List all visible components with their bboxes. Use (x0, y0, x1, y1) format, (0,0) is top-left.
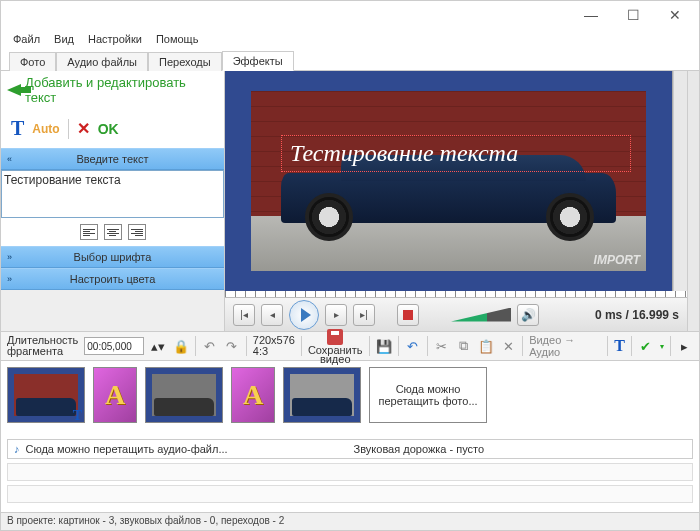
audio-track-label: Звуковая дорожка - пусто (354, 443, 484, 455)
first-frame-button[interactable]: |◂ (233, 304, 255, 326)
window-close[interactable]: ✕ (655, 3, 695, 27)
mute-button[interactable]: 🔊 (517, 304, 539, 326)
preview-area: Тестирование текста IMPORT (225, 71, 673, 291)
play-button[interactable] (289, 300, 319, 330)
menu-view[interactable]: Вид (54, 33, 74, 45)
timeline-transition-2[interactable]: A (231, 367, 275, 423)
copy-icon[interactable]: ⧉ (456, 337, 472, 355)
timeline-drop-zone[interactable]: Сюда можно перетащить фото... (369, 367, 487, 423)
ok-button[interactable]: OK (98, 121, 119, 137)
align-center-icon[interactable] (104, 224, 122, 240)
chevron-icon[interactable]: ▸ (677, 337, 693, 355)
window-maximize[interactable]: ☐ (613, 3, 653, 27)
right-scrollbar[interactable] (687, 71, 699, 331)
duration-input[interactable] (84, 337, 144, 355)
section-label: Выбор шрифта (74, 251, 152, 263)
overlay-text: Тестирование текста (290, 140, 518, 166)
section-colors[interactable]: »Настроить цвета (1, 268, 224, 290)
menu-settings[interactable]: Настройки (88, 33, 142, 45)
duration-stepper[interactable]: ▴▾ (150, 337, 166, 355)
timeline-thumb-1[interactable]: T (7, 367, 85, 423)
duration-label: Длительностьфрагмента (7, 335, 78, 357)
apply-icon[interactable]: ✔ (638, 337, 654, 355)
align-right-icon[interactable] (128, 224, 146, 240)
text-overlay[interactable]: Тестирование текста (281, 135, 631, 172)
divider (68, 119, 69, 139)
timeline-thumb-2[interactable] (145, 367, 223, 423)
tab-photo[interactable]: Фото (9, 52, 56, 71)
last-frame-button[interactable]: ▸| (353, 304, 375, 326)
text-tool-icon[interactable]: T (11, 117, 24, 140)
rotate-left-icon[interactable]: ↶ (202, 337, 218, 355)
lock-icon[interactable]: 🔒 (172, 337, 188, 355)
timeline-transition-1[interactable]: A (93, 367, 137, 423)
auto-button[interactable]: Auto (32, 122, 59, 136)
stop-button[interactable] (397, 304, 419, 326)
audio-hint: Сюда можно перетащить аудио-файл... (26, 443, 228, 455)
menu-help[interactable]: Помощь (156, 33, 199, 45)
undo-icon[interactable]: ↶ (405, 337, 421, 355)
menu-file[interactable]: Файл (13, 33, 40, 45)
delete-icon[interactable]: ✕ (500, 337, 516, 355)
save-icon[interactable]: 💾 (375, 337, 391, 355)
volume-slider[interactable] (451, 308, 511, 322)
panel-title: Добавить и редактировать текст (25, 75, 218, 105)
resolution-label: 720x5764:3 (253, 335, 295, 357)
rotate-right-icon[interactable]: ↷ (224, 337, 240, 355)
tab-transitions[interactable]: Переходы (148, 52, 222, 71)
slide-preview[interactable]: Тестирование текста IMPORT (251, 91, 646, 271)
timeline-thumb-3[interactable] (283, 367, 361, 423)
panel-empty (1, 290, 224, 331)
text-effect-icon[interactable]: T (614, 337, 625, 355)
paste-icon[interactable]: 📋 (478, 337, 494, 355)
empty-track-2[interactable] (7, 485, 693, 503)
prev-frame-button[interactable]: ◂ (261, 304, 283, 326)
audio-track-row[interactable]: ♪ Сюда можно перетащить аудио-файл... Зв… (7, 439, 693, 459)
video-audio-label[interactable]: Видео → Аудио (529, 334, 601, 358)
tab-effects[interactable]: Эффекты (222, 51, 294, 71)
status-bar: В проекте: картинок - 3, звуковых файлов… (1, 512, 699, 530)
tab-audio[interactable]: Аудио файлы (56, 52, 148, 71)
preview-scrollbar[interactable] (673, 71, 687, 291)
time-display: 0 ms / 16.999 s (595, 308, 679, 322)
text-input[interactable]: Тестирование текста (1, 170, 224, 218)
next-frame-button[interactable]: ▸ (325, 304, 347, 326)
cut-icon[interactable]: ✂ (434, 337, 450, 355)
note-icon: ♪ (14, 443, 20, 455)
back-arrow-icon[interactable] (7, 84, 21, 96)
window-minimize[interactable]: — (571, 3, 611, 27)
align-left-icon[interactable] (80, 224, 98, 240)
empty-track-1[interactable] (7, 463, 693, 481)
cancel-icon[interactable]: ✕ (77, 119, 90, 138)
section-label: Введите текст (76, 153, 148, 165)
section-enter-text[interactable]: «Введите текст (1, 148, 224, 170)
save-video-button[interactable]: Сохранитьвидео (308, 329, 363, 364)
section-font[interactable]: »Выбор шрифта (1, 246, 224, 268)
section-label: Настроить цвета (70, 273, 156, 285)
watermark: IMPORT (594, 253, 640, 267)
